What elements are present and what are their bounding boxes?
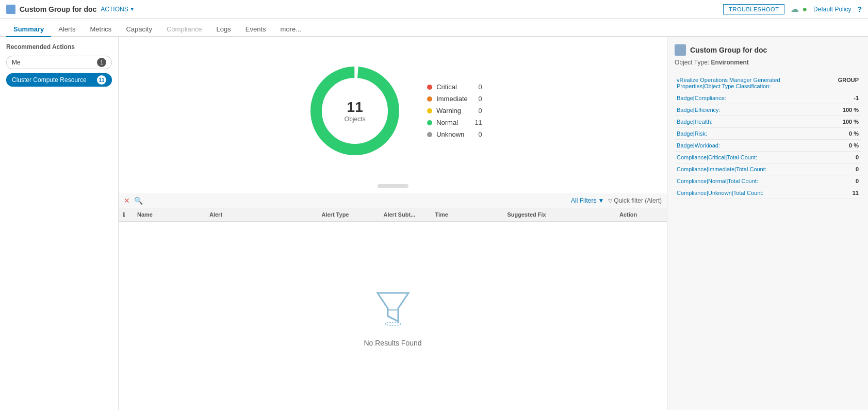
top-header: Custom Group for doc ACTIONS ▼ TROUBLESH… [0, 0, 868, 19]
svg-marker-3 [378, 293, 408, 321]
prop-key-comp-unknown: Compliance|Unknown|Total Count: [675, 187, 796, 199]
prop-key-comp-critical: Compliance|Critical|Total Count: [675, 152, 796, 163]
alerts-toolbar-right: All Filters ▼ ▽ Quick filter (Alert) [571, 197, 662, 204]
legend-immediate-value: 0 [472, 95, 482, 103]
legend-normal-dot [427, 120, 432, 125]
col-suggested-fix[interactable]: Suggested Fix [503, 211, 616, 218]
chart-area: 11 Objects Critical 0 Immediate 0 [119, 37, 667, 184]
center-panel: 11 Objects Critical 0 Immediate 0 [119, 37, 667, 410]
prop-key-health: Badge|Health: [675, 116, 796, 128]
tab-capacity[interactable]: Capacity [119, 21, 159, 37]
filter-cluster-compute[interactable]: Cluster Compute Resource 11 [6, 73, 112, 87]
col-time[interactable]: Time [431, 211, 503, 218]
legend-warning-dot [427, 108, 432, 113]
donut-container: 11 Objects [303, 59, 406, 162]
troubleshoot-button[interactable]: TROUBLESHOOT [723, 4, 784, 14]
col-action[interactable]: Action [615, 211, 667, 218]
right-panel-icon [675, 44, 686, 56]
prop-key-workload: Badge|Workload: [675, 140, 796, 152]
prop-row-risk: Badge|Risk: 0 % [675, 128, 861, 140]
prop-row-comp-critical: Compliance|Critical|Total Count: 0 [675, 152, 861, 163]
legend-unknown: Unknown 0 [427, 130, 482, 138]
prop-key-efficiency: Badge|Efficiency: [675, 104, 796, 116]
legend-warning-value: 0 [472, 107, 482, 114]
actions-button[interactable]: ACTIONS ▼ [101, 6, 134, 13]
col-indicator: ℹ [119, 211, 133, 218]
page-title: Custom Group for doc [20, 5, 96, 13]
tab-events[interactable]: Events [238, 21, 273, 37]
prop-key-comp-normal: Compliance|Normal|Total Count: [675, 175, 796, 187]
legend-warning: Warning 0 [427, 107, 482, 114]
prop-key-risk: Badge|Risk: [675, 128, 796, 140]
no-results-funnel-icon [372, 285, 414, 334]
tab-alerts[interactable]: Alerts [51, 21, 83, 37]
prop-row-health: Badge|Health: 100 % [675, 116, 861, 128]
col-alert-type[interactable]: Alert Type [318, 211, 380, 218]
prop-val-risk: 0 % [796, 128, 861, 140]
prop-val-comp-normal: 0 [796, 175, 861, 187]
quick-filter-button[interactable]: ▽ Quick filter (Alert) [608, 197, 662, 204]
tab-summary[interactable]: Summary [6, 21, 51, 37]
chart-legend: Critical 0 Immediate 0 Warning 0 [427, 83, 482, 138]
group-icon [6, 5, 15, 14]
recommended-actions-title: Recommended Actions [6, 43, 112, 51]
filter-cluster-label: Cluster Compute Resource [12, 76, 87, 84]
prop-val-comp-immediate: 0 [796, 163, 861, 175]
tabs-bar: Summary Alerts Metrics Capacity Complian… [0, 19, 868, 37]
actions-caret-icon: ▼ [130, 7, 135, 12]
quick-filter-label: Quick filter (Alert) [614, 197, 662, 204]
prop-row-workload: Badge|Workload: 0 % [675, 140, 861, 152]
col-alert-subtype[interactable]: Alert Subt... [380, 211, 431, 218]
prop-val-compliance: -1 [796, 92, 861, 104]
donut-label: 11 Objects [345, 99, 366, 123]
prop-key-compliance: Badge|Compliance: [675, 92, 796, 104]
prop-row-classification: vRealize Operations Manager Generated Pr… [675, 74, 861, 92]
left-panel: Recommended Actions Me 1 Cluster Compute… [0, 37, 119, 410]
prop-row-comp-unknown: Compliance|Unknown|Total Count: 11 [675, 187, 861, 199]
donut-wrapper: 11 Objects Critical 0 Immediate 0 [303, 59, 482, 162]
funnel-small-icon: ▽ [608, 198, 612, 204]
prop-val-health: 100 % [796, 116, 861, 128]
clear-filter-button[interactable]: ✕ [124, 196, 130, 205]
legend-immediate: Immediate 0 [427, 95, 482, 103]
no-results-text: No Results Found [364, 339, 421, 347]
prop-row-comp-normal: Compliance|Normal|Total Count: 0 [675, 175, 861, 187]
col-alert[interactable]: Alert [205, 211, 318, 218]
object-type-label: Object Type: [675, 59, 709, 66]
legend-normal-value: 11 [472, 119, 482, 126]
right-panel: Custom Group for doc Object Type: Enviro… [667, 37, 868, 410]
table-header: ℹ Name Alert Alert Type Alert Subt... Ti… [119, 208, 667, 222]
filter-cluster-badge: 11 [97, 75, 106, 85]
prop-val-comp-unknown: 11 [796, 187, 861, 199]
tab-metrics[interactable]: Metrics [83, 21, 119, 37]
legend-critical: Critical 0 [427, 83, 482, 91]
header-right: TROUBLESHOOT ☁ ● Default Policy ? [723, 4, 862, 14]
prop-val-classification: GROUP [796, 74, 861, 92]
search-filter-button[interactable]: 🔍 [134, 196, 143, 205]
default-policy-link[interactable]: Default Policy [813, 6, 851, 13]
filter-me[interactable]: Me 1 [6, 56, 112, 69]
col-name[interactable]: Name [133, 211, 205, 218]
prop-row-efficiency: Badge|Efficiency: 100 % [675, 104, 861, 116]
prop-row-compliance: Badge|Compliance: -1 [675, 92, 861, 104]
legend-unknown-label: Unknown [436, 130, 464, 138]
tab-logs[interactable]: Logs [209, 21, 238, 37]
legend-critical-value: 0 [472, 83, 482, 91]
object-type-row: Object Type: Environment [675, 59, 861, 66]
prop-val-comp-critical: 0 [796, 152, 861, 163]
donut-sublabel: Objects [345, 116, 366, 123]
legend-normal: Normal 11 [427, 119, 482, 126]
all-filters-button[interactable]: All Filters ▼ [571, 197, 604, 204]
filter-me-label: Me [12, 59, 21, 66]
alerts-toolbar-left: ✕ 🔍 [124, 196, 143, 205]
object-type-value: Environment [711, 59, 749, 66]
help-icon[interactable]: ? [857, 5, 862, 13]
properties-table: vRealize Operations Manager Generated Pr… [675, 74, 861, 199]
tab-compliance: Compliance [159, 21, 209, 37]
prop-val-workload: 0 % [796, 140, 861, 152]
legend-critical-label: Critical [436, 83, 457, 91]
legend-unknown-dot [427, 132, 432, 137]
header-left: Custom Group for doc ACTIONS ▼ [6, 5, 135, 14]
header-icons: ☁ ● [791, 4, 807, 14]
tab-more[interactable]: more... [273, 21, 308, 37]
